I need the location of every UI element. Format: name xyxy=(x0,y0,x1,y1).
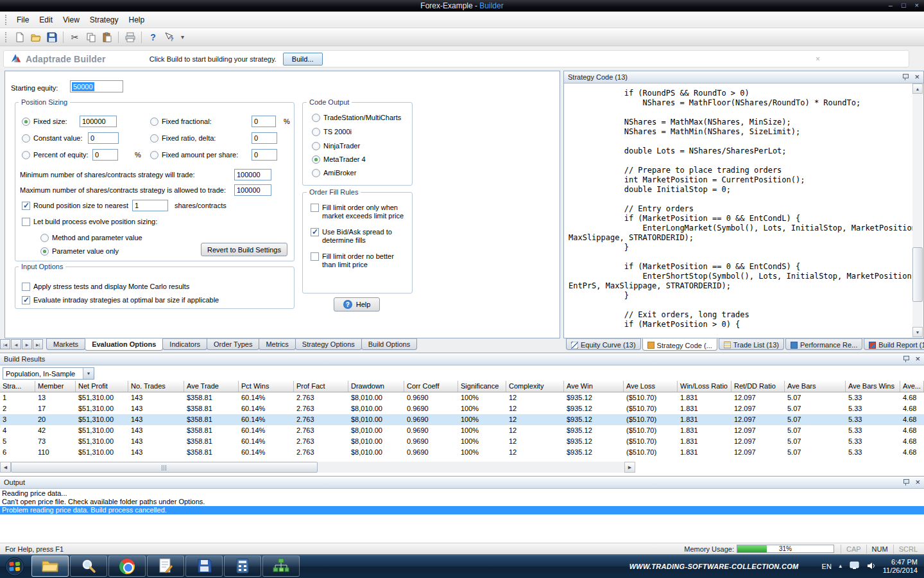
fixed-size-option[interactable]: Fixed size: xyxy=(22,116,117,127)
table-row[interactable]: 217$51,310.00143$358.8160.14%2.763$8,010… xyxy=(0,403,924,414)
menu-grip[interactable] xyxy=(5,15,7,25)
toolbar-overflow-icon[interactable]: ▾ xyxy=(181,33,184,40)
fixed-fractional-input[interactable] xyxy=(252,116,276,127)
scroll-up-icon[interactable]: ▲ xyxy=(912,83,923,94)
menu-strategy[interactable]: Strategy xyxy=(85,13,124,27)
taskbar-item-chrome[interactable] xyxy=(108,556,146,577)
column-header[interactable]: Ave Loss xyxy=(624,381,678,392)
menu-help[interactable]: Help xyxy=(124,13,150,27)
output-line-selected[interactable]: Problem reading price data. Build proces… xyxy=(0,506,924,514)
pin-icon[interactable] xyxy=(902,73,909,81)
stress-tests-option[interactable]: Apply stress tests and display Monte Car… xyxy=(22,281,189,292)
param-only-option[interactable]: Parameter value only xyxy=(40,245,119,257)
intraday-option[interactable]: Evaluate intraday strategies at optimal … xyxy=(22,294,219,306)
tab-equity-curve[interactable]: Equity Curve (13) xyxy=(566,338,641,350)
column-header[interactable]: Net Profit xyxy=(76,381,128,392)
percent-equity-input[interactable] xyxy=(92,149,118,161)
method-param-option[interactable]: Method and parameter value xyxy=(40,232,142,243)
show-hidden-icons[interactable]: ▲ xyxy=(838,563,843,569)
taskbar-item-calculator[interactable] xyxy=(224,556,261,577)
column-header[interactable]: Ret/DD Ratio xyxy=(732,381,785,392)
network-icon[interactable] xyxy=(850,561,860,572)
column-header[interactable]: Prof Fact xyxy=(294,381,348,392)
close-panel-icon[interactable]: × xyxy=(914,73,920,81)
column-header[interactable]: Ave Win xyxy=(564,381,624,392)
fixed-size-input[interactable] xyxy=(80,116,117,127)
fixed-fractional-option[interactable]: Fixed fractional: % xyxy=(150,116,290,127)
percent-equity-option[interactable]: Percent of equity: % xyxy=(22,149,141,161)
cut-icon[interactable]: ✂ xyxy=(67,30,82,44)
taskbar-item-build-tool[interactable] xyxy=(262,556,300,577)
build-button[interactable]: Build... xyxy=(283,53,323,66)
vertical-scrollbar[interactable]: ▲ ▼ xyxy=(912,83,923,337)
about-help-icon[interactable]: ? xyxy=(146,30,160,44)
next-tab-icon[interactable]: ▶ xyxy=(22,339,32,349)
scroll-down-icon[interactable]: ▼ xyxy=(912,327,923,337)
code-output-ninjatrader[interactable]: NinjaTrader xyxy=(312,140,360,152)
tab-trade-list[interactable]: Trade List (13) xyxy=(719,338,784,350)
table-row[interactable]: 113$51,310.00143$358.8160.14%2.763$8,010… xyxy=(0,392,924,403)
min-shares-input[interactable] xyxy=(234,169,271,180)
close-panel-icon[interactable]: × xyxy=(915,478,920,486)
tab-markets[interactable]: Markets xyxy=(46,338,85,350)
save-icon[interactable] xyxy=(44,30,59,44)
toolbar-grip[interactable] xyxy=(5,32,7,42)
column-header[interactable]: Win/Loss Ratio xyxy=(678,381,732,392)
output-line[interactable]: Can't open price file. Check available f… xyxy=(0,498,924,506)
menu-view[interactable]: View xyxy=(58,13,85,27)
constant-value-input[interactable] xyxy=(88,132,119,144)
context-help-icon[interactable]: ? xyxy=(162,30,176,44)
menu-edit[interactable]: Edit xyxy=(34,13,58,27)
table-row[interactable]: 6110$51,310.00143$358.8160.14%2.763$8,01… xyxy=(0,447,924,458)
close-panel-icon[interactable]: × xyxy=(915,355,920,363)
tab-order-types[interactable]: Order Types xyxy=(207,338,259,350)
last-tab-icon[interactable]: ▶| xyxy=(33,339,43,349)
round-position-input[interactable] xyxy=(132,200,168,211)
code-editor[interactable]: if (RoundPS && RoundTo > 0) NShares = Ma… xyxy=(565,83,912,337)
help-button[interactable]: ? Help xyxy=(334,297,380,311)
fill-limit-no-better-option[interactable]: Fill limit order no better than limit pr… xyxy=(311,252,407,269)
table-row[interactable]: 573$51,310.00143$358.8160.14%2.763$8,010… xyxy=(0,436,924,447)
taskbar-item-editor[interactable] xyxy=(147,556,184,577)
fill-limit-exceeds-option[interactable]: Fill limit order only when market exceed… xyxy=(311,204,407,220)
column-header[interactable]: Ave Bars xyxy=(785,381,846,392)
bid-ask-spread-option[interactable]: Use Bid/Ask spread to determine fills xyxy=(311,228,407,245)
menu-file[interactable]: File xyxy=(12,13,34,27)
volume-icon[interactable] xyxy=(866,561,877,572)
code-output-ts2000i[interactable]: TS 2000i xyxy=(312,126,352,137)
taskbar-item-search[interactable] xyxy=(70,556,107,577)
pin-icon[interactable] xyxy=(902,478,910,486)
column-header[interactable]: Complexity xyxy=(506,381,564,392)
pin-icon[interactable] xyxy=(902,355,910,363)
start-button[interactable] xyxy=(4,556,26,577)
fixed-ratio-input[interactable] xyxy=(252,132,277,144)
clock[interactable]: 6:47 PM 11/26/2014 xyxy=(883,558,918,575)
round-position-option[interactable]: Round position size to nearest shares/co… xyxy=(22,200,227,211)
minimize-icon[interactable]: – xyxy=(889,1,893,10)
code-output-metatrader4[interactable]: MetaTrader 4 xyxy=(312,153,366,165)
tab-performance-report[interactable]: Performance Re... xyxy=(785,338,862,350)
copy-icon[interactable] xyxy=(83,30,98,44)
column-header[interactable]: Ave... xyxy=(900,381,924,392)
prev-tab-icon[interactable]: ◀ xyxy=(11,339,21,349)
scrollbar-thumb[interactable] xyxy=(11,462,318,473)
starting-equity-input[interactable]: 50000 xyxy=(70,80,123,92)
taskbar-item-explorer[interactable] xyxy=(31,556,69,577)
open-file-icon[interactable] xyxy=(28,30,43,44)
fixed-amount-option[interactable]: Fixed amount per share: xyxy=(150,149,277,161)
taskbar-item-save-tool[interactable] xyxy=(185,556,223,577)
tab-evaluation-options[interactable]: Evaluation Options xyxy=(85,338,163,351)
chevron-down-icon[interactable]: ▼ xyxy=(83,368,94,379)
table-row[interactable]: 442$51,310.00143$358.8160.14%2.763$8,010… xyxy=(0,425,924,436)
column-header[interactable]: Drawdown xyxy=(348,381,404,392)
new-file-icon[interactable] xyxy=(12,30,27,44)
code-output-amibroker[interactable]: AmiBroker xyxy=(312,167,356,179)
tab-strategy-code[interactable]: Strategy Code (... xyxy=(642,338,717,351)
maximize-icon[interactable]: □ xyxy=(902,1,906,10)
column-header[interactable]: Stra... xyxy=(0,381,35,392)
horizontal-scrollbar[interactable]: ◀ ▶ xyxy=(0,462,635,473)
language-indicator[interactable]: EN xyxy=(822,563,832,570)
table-row[interactable]: 320$51,310.00143$358.8160.14%2.763$8,010… xyxy=(0,414,924,425)
max-shares-input[interactable] xyxy=(234,184,271,196)
scroll-right-icon[interactable]: ▶ xyxy=(624,462,635,473)
